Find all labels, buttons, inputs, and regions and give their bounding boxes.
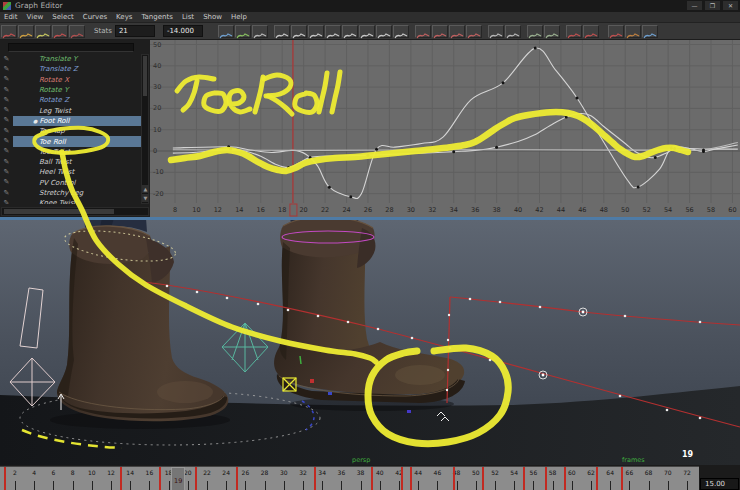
stat-time-field[interactable]: 21	[115, 25, 155, 37]
mute-pencil-icon[interactable]: ✎	[0, 137, 13, 146]
mute-pencil-icon[interactable]: ✎	[0, 75, 13, 84]
channel-knee-twist[interactable]: ✎Knee Twist	[0, 198, 141, 204]
scrollbar-thumb[interactable]	[143, 56, 147, 96]
channel-toe-roll[interactable]: ✎Toe Roll	[0, 136, 141, 146]
channel-stretchy-leg[interactable]: ✎Stretchy Leg	[0, 188, 141, 198]
mute-pencil-icon[interactable]: ✎	[0, 86, 13, 95]
flat-tangent-icon[interactable]	[325, 25, 341, 38]
step-tangent-icon[interactable]	[342, 25, 358, 38]
buffer-snapshot-icon[interactable]	[415, 25, 431, 38]
unify-tangent-icon[interactable]	[466, 25, 482, 38]
svg-text:20: 20	[153, 104, 161, 112]
linear-tangent-icon[interactable]	[308, 25, 324, 38]
curve-color-icon[interactable]	[625, 25, 641, 38]
mute-pencil-icon[interactable]: ✎	[0, 65, 13, 74]
mute-pencil-icon[interactable]: ✎	[0, 178, 13, 187]
frame-all-icon[interactable]	[218, 25, 234, 38]
default-in-tangent-icon[interactable]	[376, 25, 392, 38]
insert-keys-icon[interactable]	[35, 25, 51, 38]
time-slider-band[interactable]: 2468101214161820222426283032343638404244…	[0, 466, 699, 490]
channel-leg-twist[interactable]: ✎Leg Twist	[0, 105, 141, 115]
post-infinity-icon[interactable]	[544, 25, 560, 38]
svg-text:54: 54	[664, 206, 672, 214]
menu-view[interactable]: View	[23, 13, 49, 21]
break-tangent-icon[interactable]	[449, 25, 465, 38]
channel-rotate-z[interactable]: ✎Rotate Z	[0, 95, 141, 105]
frame-playback-icon[interactable]	[235, 25, 251, 38]
mute-pencil-icon[interactable]: ✎	[0, 158, 13, 167]
channel-translate-y[interactable]: ✎Translate Y	[0, 54, 141, 64]
time-slider[interactable]: 2468101214161820222426283032343638404244…	[0, 465, 740, 490]
graph-editor-titlebar[interactable]: Graph Editor — ❐ ✕	[0, 0, 740, 12]
graph-values-icon[interactable]	[1, 25, 17, 38]
default-out-tangent-icon[interactable]	[393, 25, 409, 38]
channel-translate-z[interactable]: ✎Translate Z	[0, 64, 141, 74]
menu-select[interactable]: Select	[48, 13, 79, 21]
vertical-scrollbar[interactable]: ▲ ▼	[141, 54, 149, 204]
channel-ball-twist[interactable]: ✎Ball Twist	[0, 157, 141, 167]
timeline-frame-label: 26	[242, 469, 250, 476]
scroll-down-button[interactable]: ▼	[142, 194, 149, 202]
mute-pencil-icon[interactable]: ✎	[0, 147, 13, 156]
mute-pencil-icon[interactable]: ✎	[0, 106, 13, 115]
3d-viewport[interactable]: persp frames 19	[0, 220, 740, 465]
region-tool-icon[interactable]	[69, 25, 85, 38]
timeline-tick	[207, 481, 208, 490]
spline-tangent-icon[interactable]	[274, 25, 290, 38]
swap-buffer-icon[interactable]	[432, 25, 448, 38]
mute-pencil-icon[interactable]: ✎	[0, 199, 13, 204]
channel-label: Rotate Y	[39, 86, 68, 94]
channel-heel-twist[interactable]: ✎Heel Twist	[0, 167, 141, 177]
spreadsheet-icon[interactable]	[642, 25, 658, 38]
timeline-tick	[169, 481, 170, 490]
auto-load-icon[interactable]	[566, 25, 582, 38]
scroll-up-button[interactable]: ▲	[142, 185, 149, 193]
center-view-icon[interactable]	[252, 25, 268, 38]
scrollbar-thumb[interactable]	[4, 209, 114, 214]
minimize-button[interactable]: —	[687, 1, 702, 10]
menu-tangents[interactable]: Tangents	[137, 13, 177, 21]
lattice-deform-icon[interactable]	[52, 25, 68, 38]
clamped-tangent-icon[interactable]	[291, 25, 307, 38]
maximize-button[interactable]: ❐	[705, 1, 720, 10]
menu-keys[interactable]: Keys	[112, 13, 137, 21]
window-title: Graph Editor	[15, 2, 63, 10]
menu-curves[interactable]: Curves	[79, 13, 112, 21]
channel-pv-control[interactable]: ✎PV Control	[0, 178, 141, 188]
time-snap-icon[interactable]	[583, 25, 599, 38]
mute-pencil-icon[interactable]: ✎	[0, 168, 13, 177]
current-time-field[interactable]: 15.00	[700, 478, 739, 490]
lock-weight-icon[interactable]	[505, 25, 521, 38]
graph-curve-area[interactable]: 8101214161820222426283032343638404244464…	[150, 40, 740, 217]
channel-rotate-x[interactable]: ✎Rotate X	[0, 75, 141, 85]
menu-edit[interactable]: Edit	[0, 13, 23, 21]
channel-toe-twist[interactable]: ✎Toe Twist	[0, 147, 141, 157]
pre-infinity-icon[interactable]	[527, 25, 543, 38]
mute-pencil-icon[interactable]: ✎	[0, 96, 13, 105]
channel-label: Toe Roll	[39, 138, 66, 146]
timeline-tick	[188, 481, 189, 490]
close-button[interactable]: ✕	[723, 1, 738, 10]
menu-help[interactable]: Help	[227, 13, 252, 21]
mute-pencil-icon[interactable]: ✎	[0, 189, 13, 198]
move-nearest-icon[interactable]	[18, 25, 34, 38]
channel-toe-tap[interactable]: ✎Toe Tap	[0, 126, 141, 136]
channel-foot-roll[interactable]: ✎●Foot Roll	[0, 116, 141, 126]
menu-list[interactable]: List	[178, 13, 199, 21]
menu-show[interactable]: Show	[199, 13, 227, 21]
horizontal-scrollbar[interactable]	[1, 207, 149, 216]
mute-pencil-icon[interactable]: ✎	[0, 116, 13, 125]
value-snap-icon[interactable]	[608, 25, 624, 38]
timeline-tick	[130, 481, 131, 490]
free-weight-icon[interactable]	[488, 25, 504, 38]
mute-pencil-icon[interactable]: ✎	[0, 127, 13, 136]
timeline-tick	[322, 481, 323, 490]
timeline-current-frame[interactable]: 19	[171, 467, 185, 490]
mute-pencil-icon[interactable]: ✎	[0, 55, 13, 64]
stat-value-field[interactable]: -14.000	[163, 25, 203, 37]
channel-filter-field[interactable]	[8, 43, 134, 52]
channel-rotate-y[interactable]: ✎Rotate Y	[0, 85, 141, 95]
plateau-tangent-icon[interactable]	[359, 25, 375, 38]
svg-text:52: 52	[643, 206, 651, 214]
timeline-keyframe-marker	[564, 467, 566, 490]
